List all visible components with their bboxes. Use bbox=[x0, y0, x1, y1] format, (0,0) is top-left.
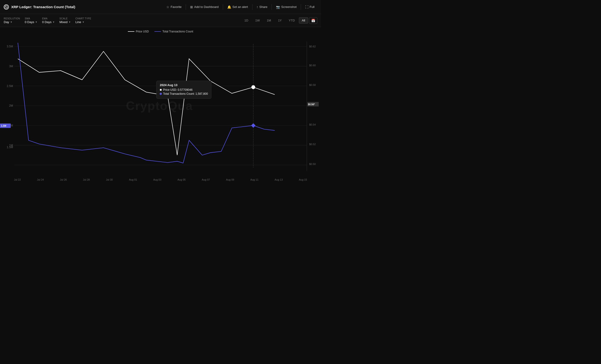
resolution-select[interactable]: Day ▼ bbox=[4, 20, 20, 24]
logo-icon bbox=[4, 4, 9, 10]
svg-text:$0.60: $0.60 bbox=[309, 64, 316, 67]
time-1m-button[interactable]: 1M bbox=[264, 17, 274, 24]
resolution-dropdown: Resolution Day ▼ bbox=[4, 17, 20, 24]
resolution-arrow: ▼ bbox=[10, 21, 12, 23]
time-1y-button[interactable]: 1Y bbox=[275, 17, 285, 24]
x-label-aug15: Aug 15 bbox=[299, 178, 307, 181]
x-label-jul30: Jul 30 bbox=[106, 178, 113, 181]
chart-type-arrow: ▼ bbox=[82, 21, 84, 23]
x-label-jul26: Jul 26 bbox=[60, 178, 67, 181]
header: XRP Ledger: Transaction Count (Total) ☆ … bbox=[0, 0, 321, 14]
svg-line-1 bbox=[5, 6, 7, 8]
scale-dropdown: Scale Mixed ▼ bbox=[60, 17, 71, 24]
x-label-jul22: Jul 22 bbox=[14, 178, 21, 181]
scale-select[interactable]: Mixed ▼ bbox=[60, 20, 71, 24]
star-icon: ☆ bbox=[166, 5, 169, 9]
header-actions: ☆ Favorite ⊞ Add to Dashboard 🔔 Set an a… bbox=[164, 4, 317, 10]
divider-4 bbox=[271, 4, 272, 10]
sma-arrow: ▼ bbox=[35, 21, 37, 23]
svg-text:3M: 3M bbox=[9, 65, 13, 68]
fullscreen-icon: ⛶ bbox=[305, 5, 309, 9]
chart-type-select[interactable]: Line ▼ bbox=[75, 20, 91, 24]
price-line bbox=[18, 51, 275, 155]
svg-text:$0.52: $0.52 bbox=[309, 143, 316, 146]
time-ytd-button[interactable]: YTD bbox=[286, 17, 298, 24]
x-label-jul24: Jul 24 bbox=[37, 178, 44, 181]
main-chart-svg[interactable]: 3.5M 3M 2.5M 2M 1.5M 1M $0.62 $0.60 $0.5… bbox=[0, 34, 319, 177]
toolbar-right: 1D 1W 1M 1Y YTD All 📅 bbox=[241, 17, 317, 24]
svg-text:$0.62: $0.62 bbox=[309, 45, 316, 48]
sma-select[interactable]: 0 Days ▼ bbox=[25, 20, 37, 24]
chart-area: CryptoQua 3.5M 3M 2.5M 2M 1.5M 1M $0.62 … bbox=[0, 34, 319, 177]
calendar-button[interactable]: 📅 bbox=[309, 17, 317, 24]
toolbar-left: Resolution Day ▼ SMA 0 Days ▼ EMA 0 Days… bbox=[4, 17, 91, 24]
share-button[interactable]: ↑ Share bbox=[254, 4, 270, 10]
legend-price: Price USD bbox=[128, 30, 149, 33]
x-label-aug05: Aug 05 bbox=[178, 178, 186, 181]
dashboard-icon: ⊞ bbox=[190, 5, 193, 9]
ema-arrow: ▼ bbox=[52, 21, 55, 23]
chart-container: Price USD Total Transactions Count Crypt… bbox=[0, 27, 321, 182]
scale-arrow: ▼ bbox=[68, 21, 71, 23]
chart-type-dropdown: Chart Type Line ▼ bbox=[75, 17, 91, 24]
share-icon: ↑ bbox=[257, 5, 258, 9]
time-1w-button[interactable]: 1W bbox=[252, 17, 263, 24]
x-label-aug01: Aug 01 bbox=[129, 178, 137, 181]
time-all-button[interactable]: All bbox=[299, 17, 308, 24]
divider-1 bbox=[186, 4, 186, 10]
x-label-aug09: Aug 09 bbox=[226, 178, 234, 181]
toolbar: Resolution Day ▼ SMA 0 Days ▼ EMA 0 Days… bbox=[0, 14, 321, 27]
x-axis: Jul 22 Jul 24 Jul 26 Jul 28 Jul 30 Aug 0… bbox=[0, 177, 321, 182]
legend-price-line bbox=[128, 31, 134, 32]
x-label-jul28: Jul 28 bbox=[83, 178, 90, 181]
calendar-icon: 📅 bbox=[311, 19, 315, 22]
add-dashboard-button[interactable]: ⊞ Add to Dashboard bbox=[187, 4, 221, 10]
tx-hover-point bbox=[251, 123, 255, 128]
favorite-button[interactable]: ☆ Favorite bbox=[164, 4, 184, 10]
x-label-aug11: Aug 11 bbox=[250, 178, 259, 181]
header-left: XRP Ledger: Transaction Count (Total) bbox=[4, 4, 75, 10]
x-label-aug07: Aug 07 bbox=[202, 178, 210, 181]
svg-text:1.5M: 1.5M bbox=[1, 125, 6, 127]
svg-text:2.5M: 2.5M bbox=[7, 84, 13, 88]
full-button[interactable]: ⛶ Full bbox=[302, 4, 317, 10]
divider-2 bbox=[223, 4, 223, 10]
svg-text:$0.58: $0.58 bbox=[309, 83, 316, 86]
tx-line bbox=[18, 43, 275, 163]
svg-text:$0.50: $0.50 bbox=[309, 163, 316, 165]
svg-text:$0.54: $0.54 bbox=[309, 123, 316, 126]
sma-dropdown: SMA 0 Days ▼ bbox=[25, 17, 37, 24]
legend-tx-line bbox=[154, 31, 161, 32]
price-hover-point bbox=[252, 85, 255, 89]
x-label-aug03: Aug 03 bbox=[153, 178, 161, 181]
screenshot-button[interactable]: 📷 Screenshot bbox=[273, 4, 299, 10]
divider-5 bbox=[301, 4, 301, 10]
svg-text:$0.56*: $0.56* bbox=[308, 103, 315, 106]
divider-3 bbox=[252, 4, 252, 10]
ema-select[interactable]: 0 Days ▼ bbox=[42, 20, 55, 24]
bell-icon: 🔔 bbox=[227, 5, 231, 9]
time-1d-button[interactable]: 1D bbox=[241, 17, 251, 24]
ema-dropdown: EMA 0 Days ▼ bbox=[42, 17, 55, 24]
svg-text:2M: 2M bbox=[9, 104, 13, 107]
page-title: XRP Ledger: Transaction Count (Total) bbox=[11, 5, 75, 9]
set-alert-button[interactable]: 🔔 Set an alert bbox=[224, 4, 251, 10]
svg-text:3.5M: 3.5M bbox=[7, 45, 13, 48]
chart-legend: Price USD Total Transactions Count bbox=[0, 27, 321, 34]
legend-tx: Total Transactions Count bbox=[154, 30, 193, 33]
x-label-aug13: Aug 13 bbox=[275, 178, 283, 181]
svg-text:1.5M: 1.5M bbox=[7, 146, 13, 149]
camera-icon: 📷 bbox=[276, 5, 280, 9]
